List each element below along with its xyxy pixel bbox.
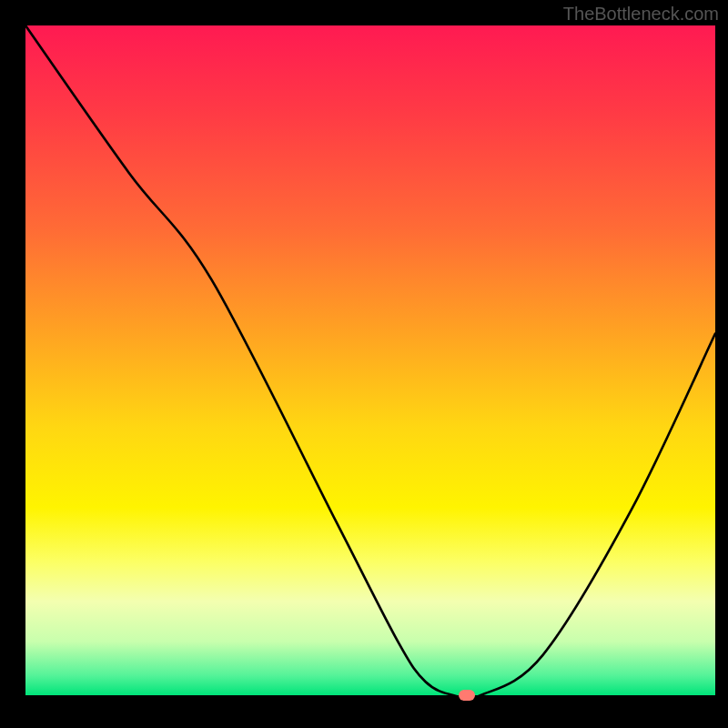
- plot-area: [25, 25, 715, 695]
- chart-container: TheBottleneck.com: [0, 0, 728, 728]
- curve-path: [25, 25, 715, 699]
- watermark-text: TheBottleneck.com: [563, 4, 719, 25]
- marker-dot: [459, 690, 475, 701]
- bottleneck-curve: [25, 25, 715, 695]
